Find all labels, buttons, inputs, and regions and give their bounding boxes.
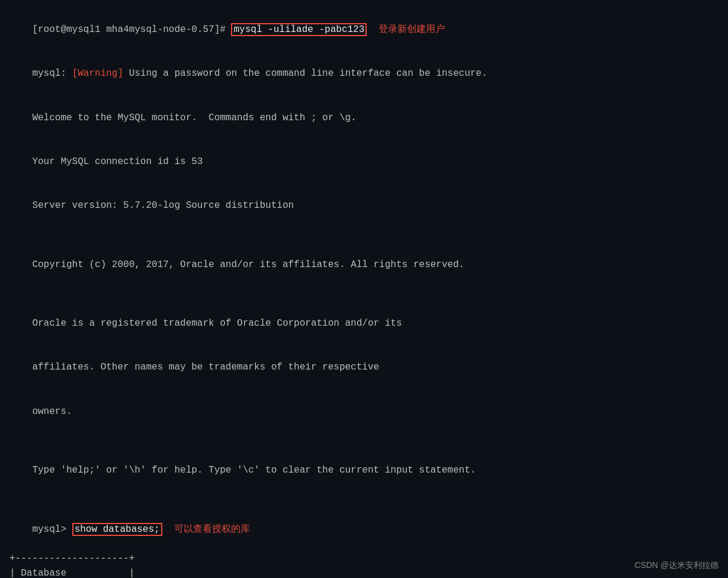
table-header-db: | Database | <box>9 566 719 578</box>
welcome-text: Welcome to the MySQL monitor. Commands e… <box>32 113 356 123</box>
annotation-showdb: 可以查看授权的库 <box>174 524 250 534</box>
terminal-window: [root@mysql1 mha4mysql-node-0.57]# mysql… <box>0 0 728 578</box>
line-show-databases: mysql> show databases;可以查看授权的库 <box>9 507 719 551</box>
oracle-text2: affiliates. Other names may be trademark… <box>32 362 379 373</box>
oracle-text3: owners. <box>32 406 72 417</box>
line-warning: mysql: [Warning] Using a password on the… <box>9 52 719 95</box>
line-help: Type 'help;' or '\h' for help. Type '\c'… <box>9 448 719 492</box>
line-version: Server version: 5.7.20-log Source distri… <box>9 184 719 228</box>
blank-line-1 <box>9 228 719 243</box>
version-text: Server version: 5.7.20-log Source distri… <box>32 200 294 211</box>
help-text: Type 'help;' or '\h' for help. Type '\c'… <box>32 465 476 476</box>
watermark: CSDN @达米安利拉德 <box>634 559 719 572</box>
connid-text: Your MySQL connection id is 53 <box>32 156 203 167</box>
line-oracle1: Oracle is a registered trademark of Orac… <box>9 301 719 345</box>
warning-prefix: mysql: <box>32 68 72 79</box>
shell-prompt: [root@mysql1 mha4mysql-node-0.57]# <box>32 24 231 35</box>
oracle-text1: Oracle is a registered trademark of Orac… <box>32 318 402 329</box>
blank-line-4 <box>9 492 719 507</box>
line-prompt: [root@mysql1 mha4mysql-node-0.57]# mysql… <box>9 7 719 52</box>
annotation-login: 登录新创建用户 <box>379 24 445 34</box>
line-connid: Your MySQL connection id is 53 <box>9 140 719 184</box>
mysql-prompt-1: mysql> <box>32 524 72 535</box>
copyright-text: Copyright (c) 2000, 2017, Oracle and/or … <box>32 259 464 270</box>
line-oracle2: affiliates. Other names may be trademark… <box>9 345 719 389</box>
line-oracle3: owners. <box>9 390 719 434</box>
table-dash-1: +--------------------+ <box>9 551 719 566</box>
warning-text: Using a password on the command line int… <box>123 68 488 79</box>
cmd-show-databases: show databases; <box>72 523 162 536</box>
warning-tag: [Warning] <box>72 68 123 79</box>
line-welcome: Welcome to the MySQL monitor. Commands e… <box>9 96 719 140</box>
blank-line-2 <box>9 287 719 301</box>
cmd-highlight-login: mysql -ulilade -pabc123 <box>231 23 367 36</box>
blank-line-3 <box>9 434 719 448</box>
line-copyright: Copyright (c) 2000, 2017, Oracle and/or … <box>9 243 719 287</box>
